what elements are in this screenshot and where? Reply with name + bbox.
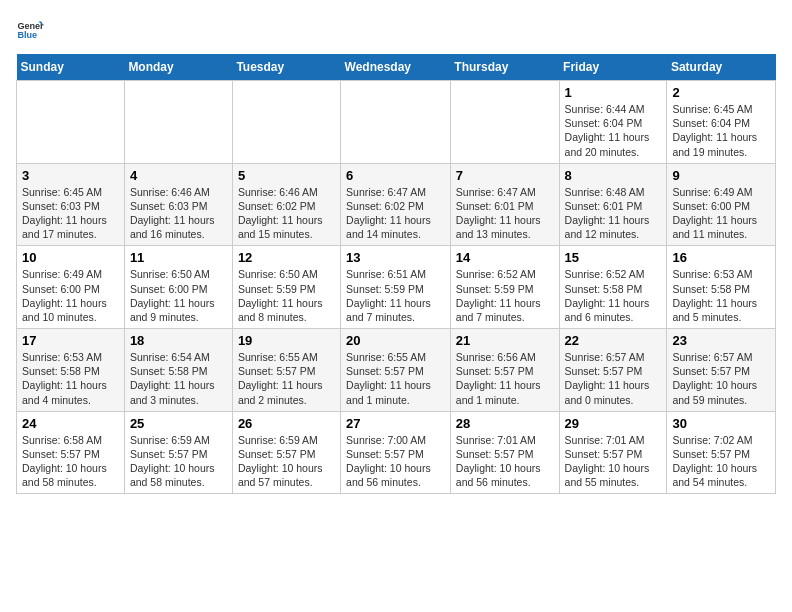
day-info: Sunrise: 6:45 AM Sunset: 6:03 PM Dayligh… — [22, 185, 119, 242]
calendar-table: SundayMondayTuesdayWednesdayThursdayFrid… — [16, 54, 776, 494]
calendar-cell: 1Sunrise: 6:44 AM Sunset: 6:04 PM Daylig… — [559, 81, 667, 164]
day-info: Sunrise: 6:57 AM Sunset: 5:57 PM Dayligh… — [565, 350, 662, 407]
logo: General Blue — [16, 16, 44, 44]
day-info: Sunrise: 6:49 AM Sunset: 6:00 PM Dayligh… — [22, 267, 119, 324]
calendar-week-row: 1Sunrise: 6:44 AM Sunset: 6:04 PM Daylig… — [17, 81, 776, 164]
weekday-header: Friday — [559, 54, 667, 81]
calendar-cell — [341, 81, 451, 164]
calendar-cell: 7Sunrise: 6:47 AM Sunset: 6:01 PM Daylig… — [450, 163, 559, 246]
day-number: 1 — [565, 85, 662, 100]
calendar-cell: 16Sunrise: 6:53 AM Sunset: 5:58 PM Dayli… — [667, 246, 776, 329]
day-number: 18 — [130, 333, 227, 348]
day-number: 3 — [22, 168, 119, 183]
day-info: Sunrise: 6:57 AM Sunset: 5:57 PM Dayligh… — [672, 350, 770, 407]
day-number: 26 — [238, 416, 335, 431]
day-number: 10 — [22, 250, 119, 265]
calendar-cell: 21Sunrise: 6:56 AM Sunset: 5:57 PM Dayli… — [450, 329, 559, 412]
calendar-cell: 12Sunrise: 6:50 AM Sunset: 5:59 PM Dayli… — [232, 246, 340, 329]
calendar-cell — [232, 81, 340, 164]
day-info: Sunrise: 6:46 AM Sunset: 6:03 PM Dayligh… — [130, 185, 227, 242]
day-info: Sunrise: 7:01 AM Sunset: 5:57 PM Dayligh… — [565, 433, 662, 490]
day-number: 11 — [130, 250, 227, 265]
calendar-cell: 8Sunrise: 6:48 AM Sunset: 6:01 PM Daylig… — [559, 163, 667, 246]
weekday-header: Saturday — [667, 54, 776, 81]
day-info: Sunrise: 6:52 AM Sunset: 5:58 PM Dayligh… — [565, 267, 662, 324]
page-header: General Blue — [16, 16, 776, 44]
weekday-header: Wednesday — [341, 54, 451, 81]
day-info: Sunrise: 6:54 AM Sunset: 5:58 PM Dayligh… — [130, 350, 227, 407]
day-info: Sunrise: 6:53 AM Sunset: 5:58 PM Dayligh… — [672, 267, 770, 324]
day-number: 14 — [456, 250, 554, 265]
day-number: 16 — [672, 250, 770, 265]
day-number: 15 — [565, 250, 662, 265]
calendar-cell: 22Sunrise: 6:57 AM Sunset: 5:57 PM Dayli… — [559, 329, 667, 412]
day-info: Sunrise: 6:55 AM Sunset: 5:57 PM Dayligh… — [346, 350, 445, 407]
calendar-cell: 27Sunrise: 7:00 AM Sunset: 5:57 PM Dayli… — [341, 411, 451, 494]
weekday-header: Tuesday — [232, 54, 340, 81]
day-number: 30 — [672, 416, 770, 431]
calendar-cell: 28Sunrise: 7:01 AM Sunset: 5:57 PM Dayli… — [450, 411, 559, 494]
day-number: 20 — [346, 333, 445, 348]
day-info: Sunrise: 6:59 AM Sunset: 5:57 PM Dayligh… — [130, 433, 227, 490]
day-number: 4 — [130, 168, 227, 183]
calendar-header-row: SundayMondayTuesdayWednesdayThursdayFrid… — [17, 54, 776, 81]
day-number: 23 — [672, 333, 770, 348]
calendar-cell: 24Sunrise: 6:58 AM Sunset: 5:57 PM Dayli… — [17, 411, 125, 494]
calendar-cell: 19Sunrise: 6:55 AM Sunset: 5:57 PM Dayli… — [232, 329, 340, 412]
day-number: 7 — [456, 168, 554, 183]
day-number: 8 — [565, 168, 662, 183]
weekday-header: Sunday — [17, 54, 125, 81]
calendar-cell: 10Sunrise: 6:49 AM Sunset: 6:00 PM Dayli… — [17, 246, 125, 329]
calendar-cell: 3Sunrise: 6:45 AM Sunset: 6:03 PM Daylig… — [17, 163, 125, 246]
day-info: Sunrise: 6:44 AM Sunset: 6:04 PM Dayligh… — [565, 102, 662, 159]
day-info: Sunrise: 6:50 AM Sunset: 5:59 PM Dayligh… — [238, 267, 335, 324]
day-info: Sunrise: 6:58 AM Sunset: 5:57 PM Dayligh… — [22, 433, 119, 490]
day-number: 27 — [346, 416, 445, 431]
calendar-cell — [17, 81, 125, 164]
day-info: Sunrise: 6:55 AM Sunset: 5:57 PM Dayligh… — [238, 350, 335, 407]
day-number: 5 — [238, 168, 335, 183]
day-info: Sunrise: 7:01 AM Sunset: 5:57 PM Dayligh… — [456, 433, 554, 490]
day-info: Sunrise: 6:59 AM Sunset: 5:57 PM Dayligh… — [238, 433, 335, 490]
calendar-cell: 2Sunrise: 6:45 AM Sunset: 6:04 PM Daylig… — [667, 81, 776, 164]
day-number: 29 — [565, 416, 662, 431]
calendar-cell: 23Sunrise: 6:57 AM Sunset: 5:57 PM Dayli… — [667, 329, 776, 412]
calendar-cell — [450, 81, 559, 164]
weekday-header: Monday — [124, 54, 232, 81]
calendar-cell: 25Sunrise: 6:59 AM Sunset: 5:57 PM Dayli… — [124, 411, 232, 494]
day-number: 6 — [346, 168, 445, 183]
day-info: Sunrise: 6:53 AM Sunset: 5:58 PM Dayligh… — [22, 350, 119, 407]
calendar-cell: 30Sunrise: 7:02 AM Sunset: 5:57 PM Dayli… — [667, 411, 776, 494]
day-number: 12 — [238, 250, 335, 265]
calendar-cell: 20Sunrise: 6:55 AM Sunset: 5:57 PM Dayli… — [341, 329, 451, 412]
day-info: Sunrise: 6:48 AM Sunset: 6:01 PM Dayligh… — [565, 185, 662, 242]
day-info: Sunrise: 6:47 AM Sunset: 6:01 PM Dayligh… — [456, 185, 554, 242]
calendar-week-row: 24Sunrise: 6:58 AM Sunset: 5:57 PM Dayli… — [17, 411, 776, 494]
day-number: 13 — [346, 250, 445, 265]
calendar-cell — [124, 81, 232, 164]
day-info: Sunrise: 6:47 AM Sunset: 6:02 PM Dayligh… — [346, 185, 445, 242]
calendar-week-row: 3Sunrise: 6:45 AM Sunset: 6:03 PM Daylig… — [17, 163, 776, 246]
day-number: 21 — [456, 333, 554, 348]
weekday-header: Thursday — [450, 54, 559, 81]
calendar-cell: 14Sunrise: 6:52 AM Sunset: 5:59 PM Dayli… — [450, 246, 559, 329]
svg-text:Blue: Blue — [17, 30, 37, 40]
logo-icon: General Blue — [16, 16, 44, 44]
calendar-cell: 26Sunrise: 6:59 AM Sunset: 5:57 PM Dayli… — [232, 411, 340, 494]
day-number: 19 — [238, 333, 335, 348]
day-info: Sunrise: 6:56 AM Sunset: 5:57 PM Dayligh… — [456, 350, 554, 407]
day-number: 22 — [565, 333, 662, 348]
day-number: 9 — [672, 168, 770, 183]
calendar-cell: 4Sunrise: 6:46 AM Sunset: 6:03 PM Daylig… — [124, 163, 232, 246]
calendar-cell: 9Sunrise: 6:49 AM Sunset: 6:00 PM Daylig… — [667, 163, 776, 246]
calendar-cell: 11Sunrise: 6:50 AM Sunset: 6:00 PM Dayli… — [124, 246, 232, 329]
day-number: 24 — [22, 416, 119, 431]
day-info: Sunrise: 6:50 AM Sunset: 6:00 PM Dayligh… — [130, 267, 227, 324]
calendar-cell: 5Sunrise: 6:46 AM Sunset: 6:02 PM Daylig… — [232, 163, 340, 246]
calendar-cell: 17Sunrise: 6:53 AM Sunset: 5:58 PM Dayli… — [17, 329, 125, 412]
day-number: 2 — [672, 85, 770, 100]
day-number: 28 — [456, 416, 554, 431]
calendar-cell: 13Sunrise: 6:51 AM Sunset: 5:59 PM Dayli… — [341, 246, 451, 329]
calendar-week-row: 10Sunrise: 6:49 AM Sunset: 6:00 PM Dayli… — [17, 246, 776, 329]
day-info: Sunrise: 6:46 AM Sunset: 6:02 PM Dayligh… — [238, 185, 335, 242]
